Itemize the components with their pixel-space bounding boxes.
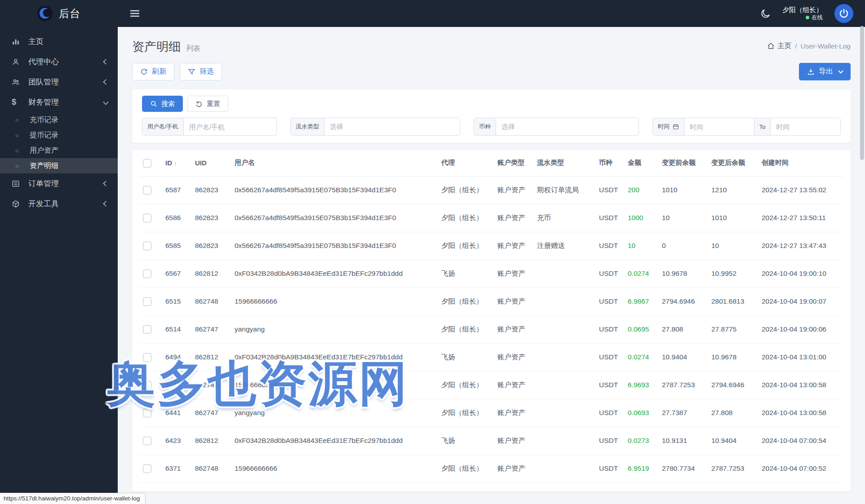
cell-username: yangyang [231,482,438,491]
export-button[interactable]: 导出 [799,63,851,80]
time-filter-label: 时间 [658,123,670,131]
table-row: 6567 862812 0xF0342B28d0bA9B34843EeEd31E… [139,260,843,287]
time-to-input[interactable] [771,118,840,135]
page-title: 资产明细 [132,39,181,55]
reset-button[interactable]: 重置 [187,96,228,112]
sidebar-item-user-assets[interactable]: 用户资产 [0,143,118,158]
cell-currency: USDT [595,315,624,343]
cell-account-type: 账户资产 [494,176,533,204]
cell-id: 6515 [162,287,191,315]
dark-mode-moon-icon[interactable] [760,9,771,19]
cell-id: 6441 [162,399,191,427]
cell-created-at: 2024-12-27 13:47:43 [758,232,843,260]
cell-balance-after: 2787.7253 [708,455,758,482]
refresh-button[interactable]: 刷新 [132,63,174,80]
bar-chart-icon [12,38,22,46]
time-from-input[interactable] [684,118,754,135]
table-row: 6494 862812 0xF0342B28d0bA9B34843EeEd31E… [139,343,843,371]
cell-flow-type [533,399,595,427]
table-row: 6441 862747 yangyang 夕阳（组长） 账户资产 USDT 0.… [139,399,843,427]
search-button[interactable]: 搜索 [142,96,183,112]
sidebar-item-home[interactable]: 主页 [0,31,118,52]
funnel-icon [188,68,195,75]
sidebar-item-team-management[interactable]: 团队管理 [0,72,118,92]
search-icon [150,100,157,107]
sidebar-item-withdraw-records[interactable]: 提币记录 [0,128,118,143]
cell-balance-before: 27.808 [658,315,708,343]
sidebar-item-finance-management[interactable]: 财务管理 [0,92,118,112]
cell-currency: USDT [595,287,624,315]
cell-uid: 862823 [191,204,231,232]
filter-button[interactable]: 筛选 [180,63,222,80]
dollar-icon [12,97,22,107]
flow-type-select[interactable]: 选择 [324,118,460,135]
cell-uid: 862747 [191,315,231,343]
cell-created-at: 2024-12-27 13:55:02 [758,176,843,204]
table-row: 6585 862823 0x566267a4df8549f5a3915E075B… [139,232,843,260]
cell-account-type: 账户资产 [494,399,533,427]
row-checkbox[interactable] [143,186,151,195]
cell-flow-type [533,287,595,315]
cell-balance-after: 10.9678 [708,343,758,371]
table-row: 6586 862823 0x566267a4df8549f5a3915E075B… [139,204,843,232]
cell-account-type: 账户资产 [494,455,533,482]
download-icon [807,68,815,75]
cell-amount: 0.0692 [624,482,658,491]
main-content: 资产明细 列表 主页 / User-Wallet-Log 刷新 筛选 [118,27,865,504]
home-icon [767,42,775,50]
cell-flow-type: 注册赠送 [533,232,595,260]
username-input[interactable] [184,118,276,135]
breadcrumb-home-link[interactable]: 主页 [767,41,791,51]
row-checkbox[interactable] [143,464,151,473]
avatar-power-icon[interactable] [834,4,853,23]
sidebar-item-deposit-records[interactable]: 充币记录 [0,112,118,128]
cell-balance-after: 10.9952 [708,260,758,287]
app-logo [37,5,53,22]
sidebar-item-label: 开发工具 [28,199,59,209]
sidebar-item-agent-center[interactable]: 代理中心 [0,52,118,72]
currency-filter-group: 币种 选择 [474,118,639,136]
user-info[interactable]: 夕阳（组长） 在线 [782,6,823,21]
row-checkbox[interactable] [143,297,151,306]
row-checkbox[interactable] [143,381,151,389]
cell-username: 0xF0342B28d0bA9B34843EeEd31E7bEFc297bb1d… [231,260,438,287]
cell-username: 15966666666 [231,287,438,315]
online-dot-icon [806,16,809,19]
cell-account-type: 账户资产 [494,232,533,260]
sidebar-item-asset-details[interactable]: 资产明细 [0,158,118,173]
col-header-currency: 币种 [595,150,624,176]
col-header-balance-before: 变更前余额 [658,150,708,176]
row-checkbox[interactable] [143,242,151,250]
col-header-uid: UID [191,150,231,176]
vertical-scrollbar[interactable] [860,26,864,160]
hamburger-menu-icon[interactable] [129,8,140,19]
currency-select[interactable]: 选择 [496,118,639,135]
row-checkbox[interactable] [143,270,151,278]
cell-uid: 862748 [191,455,231,482]
cell-amount: 6.9693 [624,371,658,399]
cell-username: 15966666666 [231,371,438,399]
team-icon [12,78,22,86]
cell-id: 6514 [162,315,191,343]
brand-title: 后台 [59,7,80,21]
topbar: 后台 夕阳（组长） 在线 [0,0,865,27]
cell-account-type: 账户资产 [494,482,533,491]
sidebar-item-order-management[interactable]: 订单管理 [0,173,118,194]
cell-username: 0x566267a4df8549f5a3915E075B3b15F394d1E3… [231,204,438,232]
select-all-checkbox[interactable] [143,159,151,168]
row-checkbox[interactable] [143,409,151,417]
row-checkbox[interactable] [143,437,151,445]
cell-uid: 862748 [191,371,231,399]
row-checkbox[interactable] [143,325,151,334]
cell-uid: 862823 [191,176,231,204]
cell-balance-after: 1210 [708,176,758,204]
cell-created-at: 2024-12-27 13:50:11 [758,204,843,232]
col-header-id[interactable]: ID↑ [162,150,191,176]
row-checkbox[interactable] [143,353,151,362]
cell-currency: USDT [595,260,624,287]
sidebar-item-dev-tools[interactable]: 开发工具 [0,194,118,214]
cell-uid: 862812 [191,427,231,455]
cell-id: 6442 [162,371,191,399]
col-header-agent: 代理 [438,150,494,176]
row-checkbox[interactable] [143,214,151,222]
